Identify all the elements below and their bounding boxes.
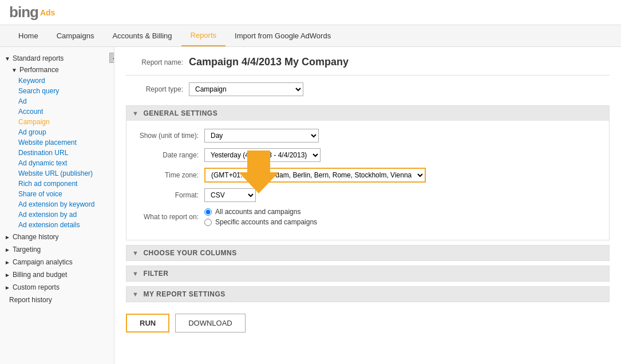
radio-specific-accounts-label: Specific accounts and campaigns [215, 218, 317, 226]
nav-accounts-billing[interactable]: Accounts & Billing [103, 26, 181, 46]
sidebar-item-ad[interactable]: Ad [0, 96, 114, 106]
report-name-value: Campaign 4/4/2013 My Company [189, 56, 349, 68]
radio-all-accounts[interactable]: All accounts and campaigns [204, 208, 317, 216]
sidebar-section-standard-reports: ▼ Standard reports ▼ Performance Keyword… [0, 53, 114, 230]
chevron-down-icon: ▼ [5, 56, 10, 62]
chevron-down-icon-mrs: ▼ [132, 291, 139, 298]
sidebar-section-change-history: ► Change history [0, 231, 114, 243]
chevron-right-icon-cr: ► [5, 284, 10, 291]
general-settings-body: Show (unit of time): Day Week Month Date… [126, 121, 609, 240]
chevron-down-icon-perf: ▼ [11, 67, 17, 73]
sidebar-report-history-header[interactable]: Report history [0, 294, 114, 306]
sidebar-item-keyword[interactable]: Keyword [0, 76, 114, 86]
report-on-row: What to report on: All accounts and camp… [136, 208, 600, 226]
general-settings-section: ▼ GENERAL SETTINGS Show (unit of time): … [126, 105, 610, 240]
sidebar-item-ad-dynamic-text[interactable]: Ad dynamic text [0, 158, 114, 168]
timezone-select[interactable]: (GMT+01:00) Amsterdam, Berlin, Bern, Rom… [204, 168, 426, 183]
nav-campaigns[interactable]: Campaigns [48, 26, 104, 46]
arrow-annotation [239, 151, 279, 195]
sidebar-item-destination-url[interactable]: Destination URL [0, 148, 114, 158]
my-report-settings-label: MY REPORT SETTINGS [143, 290, 225, 298]
date-range-label: Date range: [136, 151, 199, 159]
sidebar-section-targeting: ► Targeting [0, 244, 114, 255]
sidebar-section-billing-budget: ► Billing and budget [0, 269, 114, 280]
sidebar-performance-label: Performance [19, 66, 59, 74]
show-control: Day Week Month [204, 129, 319, 143]
chevron-right-icon-ca: ► [5, 259, 10, 266]
sidebar-change-history-label: Change history [13, 233, 59, 241]
report-type-row: Report type: Campaign Ad Group Keyword A… [126, 82, 610, 96]
main-nav: Home Campaigns Accounts & Billing Report… [0, 25, 621, 47]
filter-header[interactable]: ▼ FILTER [126, 266, 609, 281]
sidebar-item-search-query[interactable]: Search query [0, 86, 114, 96]
chevron-right-icon-bb: ► [5, 272, 10, 278]
sidebar-item-share-of-voice[interactable]: Share of voice [0, 189, 114, 199]
buttons-row: RUN DOWNLOAD [126, 314, 610, 333]
report-name-row: Report name: Campaign 4/4/2013 My Compan… [126, 56, 610, 76]
format-row: Format: CSV TSV XML [136, 188, 600, 202]
sidebar-item-website-url-publisher[interactable]: Website URL (publisher) [0, 168, 114, 179]
report-on-group: All accounts and campaigns Specific acco… [204, 208, 317, 226]
show-select[interactable]: Day Week Month [204, 129, 319, 143]
sidebar-targeting-label: Targeting [13, 246, 41, 254]
choose-columns-label: CHOOSE YOUR COLUMNS [143, 249, 236, 257]
timezone-control: (GMT+01:00) Amsterdam, Berlin, Bern, Rom… [204, 168, 426, 183]
sidebar: ◄ ▼ Standard reports ▼ Performance Keywo… [0, 47, 114, 364]
chevron-right-icon-ch: ► [5, 234, 10, 240]
sidebar-billing-budget-header[interactable]: ► Billing and budget [0, 269, 114, 280]
radio-all-accounts-label: All accounts and campaigns [215, 208, 300, 216]
sidebar-targeting-header[interactable]: ► Targeting [0, 244, 114, 255]
sidebar-change-history-header[interactable]: ► Change history [0, 231, 114, 243]
timezone-label: Time zone: [136, 171, 199, 179]
sidebar-item-ad-extension-ad[interactable]: Ad extension by ad [0, 209, 114, 220]
my-report-settings-header[interactable]: ▼ MY REPORT SETTINGS [126, 287, 609, 302]
filter-section: ▼ FILTER [126, 266, 610, 282]
chevron-down-icon-gs: ▼ [132, 110, 139, 117]
chevron-right-icon-tg: ► [5, 247, 10, 253]
main-content: Report name: Campaign 4/4/2013 My Compan… [114, 47, 621, 364]
logo: bing Ads [9, 3, 55, 21]
layout: ◄ ▼ Standard reports ▼ Performance Keywo… [0, 47, 621, 364]
report-on-label: What to report on: [136, 213, 199, 221]
sidebar-item-ad-extension-keyword[interactable]: Ad extension by keyword [0, 199, 114, 209]
ads-logo-text: Ads [40, 8, 55, 17]
sidebar-item-ad-group[interactable]: Ad group [0, 127, 114, 137]
choose-columns-section: ▼ CHOOSE YOUR COLUMNS [126, 245, 610, 261]
nav-import[interactable]: Import from Google AdWords [226, 26, 340, 46]
report-name-label: Report name: [126, 58, 183, 66]
report-type-select[interactable]: Campaign Ad Group Keyword Ad [189, 82, 303, 96]
choose-columns-header[interactable]: ▼ CHOOSE YOUR COLUMNS [126, 246, 609, 260]
sidebar-collapse-button[interactable]: ◄ [109, 53, 114, 63]
svg-marker-0 [239, 151, 279, 193]
sidebar-section-report-history: Report history [0, 294, 114, 306]
top-bar: bing Ads [0, 0, 621, 25]
sidebar-standard-reports-header[interactable]: ▼ Standard reports [0, 53, 114, 64]
sidebar-performance-header[interactable]: ▼ Performance [0, 64, 114, 76]
general-settings-header[interactable]: ▼ GENERAL SETTINGS [126, 106, 609, 121]
run-button[interactable]: RUN [126, 314, 169, 333]
sidebar-item-website-placement[interactable]: Website placement [0, 137, 114, 148]
bing-logo-text: bing [9, 3, 38, 21]
show-row: Show (unit of time): Day Week Month [136, 129, 600, 143]
sidebar-section-custom-reports: ► Custom reports [0, 282, 114, 293]
sidebar-billing-budget-label: Billing and budget [13, 271, 67, 279]
sidebar-item-campaign[interactable]: Campaign [0, 117, 114, 127]
sidebar-custom-reports-header[interactable]: ► Custom reports [0, 282, 114, 293]
download-button[interactable]: DOWNLOAD [175, 314, 246, 333]
radio-specific-accounts[interactable]: Specific accounts and campaigns [204, 218, 317, 226]
filter-label: FILTER [143, 270, 168, 278]
chevron-down-icon-f: ▼ [132, 270, 139, 277]
radio-all-accounts-input[interactable] [204, 208, 212, 216]
sidebar-custom-reports-label: Custom reports [13, 283, 60, 291]
sidebar-item-account[interactable]: Account [0, 106, 114, 117]
my-report-settings-section: ▼ MY REPORT SETTINGS [126, 286, 610, 302]
sidebar-item-ad-extension-details[interactable]: Ad extension details [0, 220, 114, 230]
nav-home[interactable]: Home [9, 26, 48, 46]
nav-reports[interactable]: Reports [181, 25, 226, 46]
timezone-row: Time zone: (GMT+01:00) Amsterdam, Berlin… [136, 168, 600, 183]
sidebar-campaign-analytics-header[interactable]: ► Campaign analytics [0, 256, 114, 268]
radio-specific-accounts-input[interactable] [204, 219, 212, 226]
sidebar-item-rich-ad-component[interactable]: Rich ad component [0, 179, 114, 189]
report-type-label: Report type: [126, 85, 183, 93]
chevron-down-icon-cc: ▼ [132, 250, 139, 256]
